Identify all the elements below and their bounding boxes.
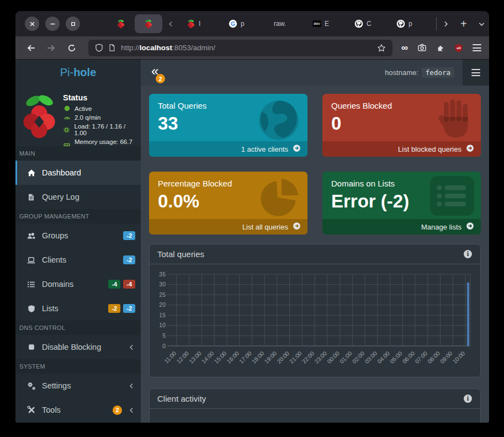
sidebar-item-label: Clients [42, 255, 66, 264]
card-footer-link[interactable]: List all queries [149, 219, 307, 235]
forward-button[interactable] [47, 44, 56, 52]
dashboard-content: Total Queries331 active clientsQueries B… [141, 86, 489, 423]
svg-text:08:00: 08:00 [426, 350, 441, 365]
browser-window: IGpraw.DOUECp + http://localhost:8053/ad… [15, 11, 489, 423]
svg-text:35: 35 [159, 271, 166, 278]
svg-text:01:00: 01:00 [338, 350, 353, 365]
list-all-tabs-button[interactable] [478, 20, 485, 28]
file-icon [26, 193, 36, 201]
ublock-icon[interactable]: uO [454, 44, 463, 52]
client-activity-panel: Client activity i [149, 388, 481, 423]
sidebar-item-disable-blocking[interactable]: Disable Blocking [15, 335, 141, 359]
tab-favicon-google-icon: G [229, 19, 237, 28]
new-tab-button[interactable]: + [460, 18, 467, 29]
card-value: Error (-2) [331, 191, 472, 211]
sidebar-item-query-log[interactable]: Query Log [15, 185, 141, 209]
bookmark-star-icon[interactable] [377, 44, 386, 52]
pihole-logo[interactable]: Pi-hole [15, 60, 141, 86]
svg-text:17:00: 17:00 [238, 350, 253, 365]
close-window-button[interactable] [25, 17, 39, 31]
item-right: -2 [123, 255, 135, 264]
tab-label: E [325, 20, 329, 28]
client-activity-chart[interactable] [150, 409, 480, 423]
card-title: Total Queries [158, 101, 299, 110]
svg-text:25: 25 [159, 291, 166, 298]
card-footer-link[interactable]: 1 active clients [149, 141, 307, 157]
tab-1[interactable]: Gp [225, 14, 267, 33]
menu-section-system: SYSTEM [15, 359, 141, 374]
maximize-window-button[interactable] [66, 17, 80, 31]
badge: -4 [123, 280, 135, 289]
tab-bar: IGpraw.DOUECp + [15, 11, 489, 36]
badge: -2 [108, 304, 120, 313]
scroll-tabs-right-button[interactable] [442, 20, 449, 28]
tab-4[interactable]: C [351, 14, 393, 33]
arrow-circle-right-icon [466, 222, 474, 232]
chevron-left-icon [167, 20, 174, 28]
url-text: http://localhost:8053/admin/ [121, 44, 215, 52]
app-menu-icon[interactable] [473, 44, 481, 51]
item-right: 2 [113, 406, 135, 415]
sidebar-item-label: Tools [42, 406, 61, 414]
card-footer-label: Manage lists [421, 223, 461, 231]
svg-text:i: i [466, 251, 469, 258]
navbar-menu-button[interactable] [463, 60, 489, 86]
scroll-tabs-left-button[interactable] [167, 20, 174, 28]
shieldfill-icon [26, 305, 36, 313]
tab-3[interactable]: DOUE [309, 14, 351, 33]
arrow-circle-right-icon [293, 144, 301, 154]
screenshot-camera-icon[interactable] [417, 43, 427, 52]
puzzle-extension-icon[interactable] [436, 44, 445, 52]
infinity-extension-icon[interactable]: ∞ [401, 43, 408, 52]
page-info-icon[interactable] [108, 44, 116, 52]
item-right: -2-2 [108, 304, 135, 313]
sidebar-item-groups[interactable]: Groups-2 [15, 223, 141, 248]
item-right: -2 [123, 231, 135, 240]
sidebar-item-domains[interactable]: Domains-4-4 [15, 272, 141, 296]
svg-text:20:00: 20:00 [275, 350, 290, 365]
svg-text:15: 15 [159, 312, 166, 318]
active-tab-pihole[interactable] [135, 14, 162, 33]
info-icon[interactable]: i [463, 249, 473, 259]
window-controls [25, 17, 80, 31]
browser-toolbar: http://localhost:8053/admin/ ∞ uO [15, 36, 489, 60]
sidebar-item-settings[interactable]: Settings [15, 374, 141, 398]
menu-section-dns-control: DNS CONTROL [15, 321, 141, 335]
sidebar-item-clients[interactable]: Clients-2 [15, 248, 141, 272]
info-icon[interactable]: i [463, 394, 473, 403]
back-button[interactable] [26, 44, 35, 52]
svg-text:14:00: 14:00 [200, 350, 215, 365]
sidebar-menu: MAINDashboardQuery LogGROUP MANAGEMENTGr… [15, 146, 141, 423]
tab-favicon-github-icon [354, 19, 363, 28]
background-tabs: IGpraw.DOUECp [183, 14, 435, 33]
home-icon [26, 169, 36, 177]
tracking-protection-shield-icon[interactable] [95, 44, 103, 52]
tab-2[interactable]: raw. [267, 14, 309, 33]
svg-text:10:00: 10:00 [451, 350, 466, 365]
item-right [125, 382, 135, 390]
pinned-tab-pihole[interactable] [115, 19, 126, 28]
svg-text:05:00: 05:00 [389, 350, 404, 365]
tab-0[interactable]: I [183, 14, 225, 33]
svg-text:5: 5 [162, 332, 166, 339]
sidebar-item-lists[interactable]: Lists-2-2 [15, 296, 141, 321]
queries-over-time-chart[interactable]: 0510152025303511:0012:0013:0014:0015:001… [150, 264, 480, 377]
card-footer-link[interactable]: List blocked queries [322, 141, 481, 157]
card-title: Domains on Lists [331, 179, 472, 188]
hostname-label: hostname: [385, 68, 418, 77]
sidebar-item-tools[interactable]: Tools2 [15, 398, 141, 422]
menu-section-group-management: GROUP MANAGEMENT [15, 209, 141, 223]
dot-icon [63, 105, 71, 112]
url-bar[interactable]: http://localhost:8053/admin/ [88, 40, 392, 56]
svg-text:10: 10 [159, 322, 166, 328]
tab-5[interactable]: p [393, 14, 435, 33]
svg-text:19:00: 19:00 [263, 350, 278, 365]
svg-text:21:00: 21:00 [288, 350, 303, 365]
menu-section-main: MAIN [15, 146, 141, 161]
sidebar-item-label: Groups [42, 231, 68, 240]
card-footer-link[interactable]: Manage lists [322, 219, 481, 235]
minimize-window-button[interactable] [45, 17, 60, 31]
sidebar-item-dashboard[interactable]: Dashboard [15, 161, 141, 185]
reload-button[interactable] [67, 44, 76, 52]
svg-text:13:00: 13:00 [188, 350, 203, 365]
